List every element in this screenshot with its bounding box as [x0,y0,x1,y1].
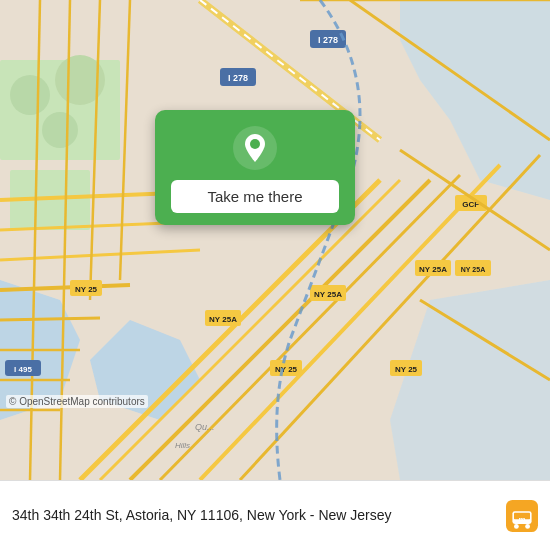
svg-point-9 [42,112,78,148]
svg-text:NY 25A: NY 25A [314,290,342,299]
map-container: I 278 I 278 NY 25 NY 25A NY 25A NY 25A N… [0,0,550,480]
map-attribution: © OpenStreetMap contributors [6,395,148,408]
svg-point-59 [250,139,260,149]
svg-text:Qu...: Qu... [195,422,215,432]
take-me-there-button[interactable]: Take me there [171,180,339,213]
svg-text:NY 25: NY 25 [275,365,298,374]
location-pin-icon [233,126,277,170]
svg-text:m: m [518,515,525,524]
svg-text:NY 25: NY 25 [75,285,98,294]
moovit-logo-icon: m [506,500,538,532]
svg-point-63 [514,524,519,529]
info-bar: 34th 34th 24th St, Astoria, NY 11106, Ne… [0,480,550,550]
svg-point-7 [10,75,50,115]
svg-line-14 [0,318,100,320]
svg-text:NY 25A: NY 25A [419,265,447,274]
location-card: Take me there [155,110,355,225]
svg-text:NY 25A: NY 25A [209,315,237,324]
svg-text:I 495: I 495 [14,365,32,374]
svg-text:NY 25: NY 25 [395,365,418,374]
svg-text:Hills: Hills [175,441,190,450]
svg-point-64 [525,524,530,529]
address-text: 34th 34th 24th St, Astoria, NY 11106, Ne… [12,506,496,526]
address-info: 34th 34th 24th St, Astoria, NY 11106, Ne… [12,506,496,526]
svg-text:NY 25A: NY 25A [461,266,485,273]
svg-text:I 278: I 278 [318,35,338,45]
moovit-logo: m [506,500,538,532]
svg-text:I 278: I 278 [228,73,248,83]
